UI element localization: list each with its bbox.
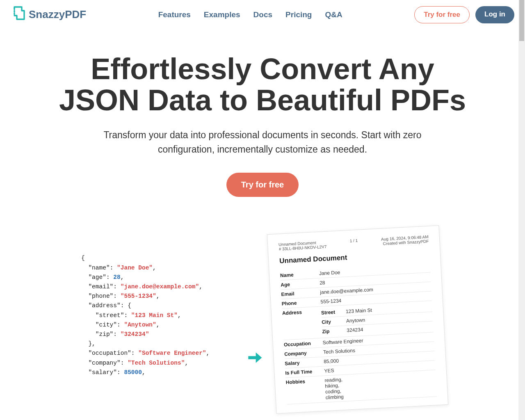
pdf-header-page: 1 / 1: [349, 238, 358, 248]
arrow-right-icon: [245, 262, 263, 368]
pdf-preview: Unnamed Document # 33LL-8H0U-NKDV-L2V7 1…: [267, 225, 448, 413]
hero: Effortlessly Convert Any JSON Data to Be…: [37, 29, 488, 205]
nav-docs[interactable]: Docs: [253, 10, 272, 19]
scrollbar[interactable]: [518, 0, 525, 420]
nav-examples[interactable]: Examples: [204, 10, 240, 19]
hero-title: Effortlessly Convert Any JSON Data to Be…: [53, 54, 472, 116]
hero-cta-button[interactable]: Try for free: [226, 173, 299, 197]
logo-text: SnazzyPDF: [29, 8, 86, 21]
scrollbar-thumb[interactable]: [519, 0, 524, 41]
nav-pricing[interactable]: Pricing: [285, 10, 312, 19]
try-free-button[interactable]: Try for free: [414, 6, 470, 23]
logo[interactable]: SnazzyPDF: [11, 6, 86, 23]
nav-features[interactable]: Features: [158, 10, 191, 19]
json-code-example: { "name": "Jane Doe", "age": 28, "email"…: [81, 253, 237, 377]
main-nav: Features Examples Docs Pricing Q&A: [158, 10, 342, 19]
nav-qa[interactable]: Q&A: [325, 10, 342, 19]
logo-icon: [11, 6, 25, 23]
login-button[interactable]: Log in: [475, 6, 514, 23]
hero-subtitle: Transform your data into professional do…: [98, 128, 427, 156]
header-actions: Try for free Log in: [414, 6, 514, 23]
demo-section: { "name": "Jane Doe", "age": 28, "email"…: [16, 205, 509, 420]
pdf-title: Unnamed Document: [279, 249, 430, 265]
header: SnazzyPDF Features Examples Docs Pricing…: [0, 0, 525, 29]
